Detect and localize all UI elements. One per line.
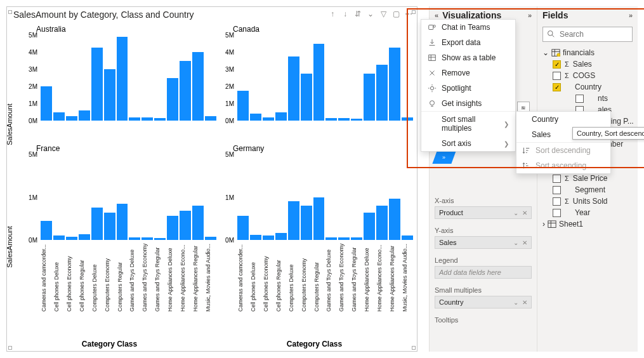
expand-icon[interactable]: » <box>629 11 633 19</box>
bar[interactable] <box>325 118 337 121</box>
collapse-icon[interactable]: « <box>435 11 438 19</box>
checkbox[interactable] <box>553 197 561 206</box>
bar[interactable] <box>180 211 191 240</box>
bar[interactable] <box>338 118 350 121</box>
bar[interactable] <box>376 206 388 240</box>
checkbox[interactable] <box>575 95 584 103</box>
x-axis-pill[interactable]: Product ⌄✕ <box>435 206 532 219</box>
bar[interactable] <box>364 213 375 240</box>
bar[interactable] <box>79 110 90 121</box>
submenu-item-sort-descending[interactable]: Sort descending <box>516 142 610 158</box>
bar[interactable] <box>79 234 90 240</box>
menu-item-sort-small-multiples[interactable]: Sort small multiples❯ <box>421 111 515 136</box>
bar[interactable] <box>250 235 261 240</box>
bar[interactable] <box>104 213 115 240</box>
bar[interactable] <box>154 238 166 240</box>
small-multiples-pill[interactable]: Country ⌄✕ <box>435 296 532 308</box>
drill-hierarchy-icon[interactable]: ⇵ <box>353 10 362 18</box>
bar[interactable] <box>205 237 216 240</box>
bar[interactable] <box>53 112 65 121</box>
bar[interactable] <box>192 206 204 240</box>
bar[interactable] <box>351 119 362 121</box>
bar[interactable] <box>301 206 312 240</box>
bar[interactable] <box>237 91 249 121</box>
bar[interactable] <box>91 48 103 121</box>
bar[interactable] <box>263 117 274 121</box>
y-axis-pill[interactable]: Sales ⌄✕ <box>435 236 532 249</box>
bar[interactable] <box>313 44 325 121</box>
submenu-item-country[interactable]: Country <box>516 112 610 127</box>
bar[interactable] <box>154 118 166 121</box>
bar[interactable] <box>180 61 191 121</box>
bar[interactable] <box>275 233 287 240</box>
menu-item-sort-axis[interactable]: Sort axis❯ <box>421 136 515 151</box>
bar[interactable] <box>66 116 77 121</box>
bar[interactable] <box>141 237 153 240</box>
menu-item-chat-in-teams[interactable]: Chat in Teams <box>421 20 515 35</box>
bar[interactable] <box>389 199 400 240</box>
bar[interactable] <box>129 237 140 240</box>
bar[interactable] <box>325 237 337 240</box>
expand-icon[interactable]: » <box>528 11 532 19</box>
bar[interactable] <box>351 237 362 240</box>
field-units-sold[interactable]: ΣUnits Sold <box>540 196 635 207</box>
bar[interactable] <box>117 37 128 121</box>
bar[interactable] <box>129 117 140 121</box>
drill-down-icon[interactable]: ↓ <box>341 10 350 18</box>
bar[interactable] <box>288 56 299 121</box>
bar[interactable] <box>402 235 413 240</box>
bar[interactable] <box>41 221 52 240</box>
drill-up-icon[interactable]: ↑ <box>328 10 337 18</box>
bar[interactable] <box>338 237 350 240</box>
checkbox[interactable] <box>553 83 561 91</box>
chevron-down-icon[interactable]: ⌄ <box>513 209 518 216</box>
resize-handle[interactable] <box>8 10 12 14</box>
bar[interactable] <box>167 78 178 121</box>
table-sheet1[interactable]: ›Sheet1 <box>540 218 635 230</box>
bar[interactable] <box>205 116 216 121</box>
chart-visual[interactable]: SalesAmount by Category, Class and Count… <box>6 6 417 352</box>
checkbox[interactable] <box>553 72 561 80</box>
field-sales[interactable]: ΣSales <box>540 58 635 70</box>
field-year[interactable]: Year <box>540 207 635 218</box>
search-input[interactable] <box>558 29 628 39</box>
menu-item-spotlight[interactable]: Spotlight <box>421 81 515 96</box>
bar[interactable] <box>250 114 261 121</box>
bar[interactable] <box>237 216 249 240</box>
menu-item-show-as-a-table[interactable]: Show as a table <box>421 50 515 65</box>
bar[interactable] <box>91 208 103 240</box>
bar[interactable] <box>301 74 312 121</box>
field-sale-price[interactable]: ΣSale Price <box>540 173 635 184</box>
chevron-down-icon[interactable]: ⌄ <box>513 239 518 246</box>
viz-more-icon[interactable]: » <box>432 151 456 164</box>
bar[interactable] <box>288 201 299 240</box>
bar[interactable] <box>192 52 204 121</box>
submenu-item-sort-ascending[interactable]: Sort ascending <box>516 158 610 173</box>
checkbox[interactable] <box>553 209 561 217</box>
remove-icon[interactable]: ✕ <box>522 239 527 246</box>
bar[interactable] <box>275 112 287 121</box>
bar[interactable] <box>104 69 115 121</box>
checkbox[interactable] <box>553 186 561 194</box>
fields-search[interactable] <box>542 27 633 42</box>
bar[interactable] <box>263 235 274 240</box>
expand-level-icon[interactable]: ⌄ <box>366 10 375 18</box>
bar[interactable] <box>364 74 375 121</box>
bar[interactable] <box>141 117 153 121</box>
chevron-down-icon[interactable]: ⌄ <box>513 299 518 306</box>
pane-header[interactable]: Fields » <box>537 6 638 24</box>
bar[interactable] <box>313 197 325 241</box>
checkbox[interactable] <box>553 60 561 69</box>
field-cogs[interactable]: ΣCOGS <box>540 70 635 81</box>
bar[interactable] <box>41 86 52 121</box>
remove-icon[interactable]: ✕ <box>522 299 527 306</box>
bar[interactable] <box>53 235 65 240</box>
field-country[interactable]: Country <box>540 81 635 93</box>
checkbox[interactable] <box>553 175 561 183</box>
more-options-icon[interactable]: ⋯ <box>404 10 413 18</box>
bar[interactable] <box>66 237 77 240</box>
bar[interactable] <box>117 204 128 240</box>
menu-item-remove[interactable]: Remove <box>421 65 515 81</box>
filter-icon[interactable]: ▽ <box>379 10 388 18</box>
bar[interactable] <box>376 65 388 121</box>
